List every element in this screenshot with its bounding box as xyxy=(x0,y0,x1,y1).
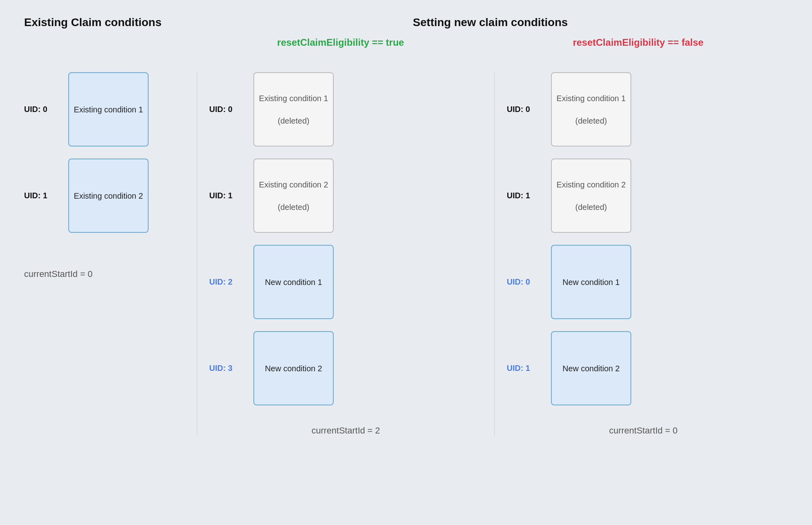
false-column: UID: 0 Existing condition 1(deleted) UID… xyxy=(499,72,788,436)
false-box-0: Existing condition 1(deleted) xyxy=(551,72,631,147)
divider-2 xyxy=(494,72,495,436)
false-uid-1: UID: 1 xyxy=(507,191,543,200)
true-box-1: Existing condition 2(deleted) xyxy=(253,159,334,233)
true-box-2: New condition 1 xyxy=(253,245,334,319)
left-panel: UID: 0 Existing condition 1 UID: 1 Exist… xyxy=(24,72,193,436)
true-box-3: New condition 2 xyxy=(253,331,334,405)
false-row-2: UID: 0 New condition 1 xyxy=(507,245,631,319)
left-uid-0: UID: 0 xyxy=(24,105,60,114)
false-row-1: UID: 1 Existing condition 2(deleted) xyxy=(507,159,631,233)
true-row-2: UID: 2 New condition 1 xyxy=(209,245,334,319)
true-uid-0: UID: 0 xyxy=(209,105,245,114)
false-current-start: currentStartId = 0 xyxy=(609,425,678,435)
false-uid-0: UID: 0 xyxy=(507,105,543,114)
true-column: UID: 0 Existing condition 1(deleted) UID… xyxy=(201,72,490,436)
true-uid-3: UID: 3 xyxy=(209,364,245,373)
true-row-0: UID: 0 Existing condition 1(deleted) xyxy=(209,72,334,147)
true-uid-2: UID: 2 xyxy=(209,277,245,287)
true-col-header: resetClaimEligibility == true xyxy=(277,37,404,48)
true-box-0: Existing condition 1(deleted) xyxy=(253,72,334,147)
true-row-1: UID: 1 Existing condition 2(deleted) xyxy=(209,159,334,233)
left-section-title: Existing Claim conditions xyxy=(24,16,161,28)
right-panel: UID: 0 Existing condition 1(deleted) UID… xyxy=(201,72,788,436)
divider xyxy=(197,72,197,436)
false-col-header: resetClaimEligibility == false xyxy=(573,37,703,48)
false-uid-3: UID: 1 xyxy=(507,364,543,373)
false-box-3: New condition 2 xyxy=(551,331,631,405)
false-uid-2: UID: 0 xyxy=(507,277,543,287)
left-row-0: UID: 0 Existing condition 1 xyxy=(24,72,193,147)
false-box-2: New condition 1 xyxy=(551,245,631,319)
left-uid-1: UID: 1 xyxy=(24,191,60,200)
left-current-start: currentStartId = 0 xyxy=(24,269,93,279)
false-row-3: UID: 1 New condition 2 xyxy=(507,331,631,405)
true-row-3: UID: 3 New condition 2 xyxy=(209,331,334,405)
true-current-start: currentStartId = 2 xyxy=(312,425,380,435)
left-row-1: UID: 1 Existing condition 2 xyxy=(24,159,193,233)
title-row: Existing Claim conditions Setting new cl… xyxy=(24,16,788,60)
false-row-0: UID: 0 Existing condition 1(deleted) xyxy=(507,72,631,147)
right-section-title: Setting new claim conditions xyxy=(413,16,568,29)
left-box-0: Existing condition 1 xyxy=(68,72,149,147)
false-box-1: Existing condition 2(deleted) xyxy=(551,159,631,233)
left-box-1: Existing condition 2 xyxy=(68,159,149,233)
columns-header: resetClaimEligibility == true resetClaim… xyxy=(193,37,788,48)
main-layout: UID: 0 Existing condition 1 UID: 1 Exist… xyxy=(24,72,788,436)
true-uid-1: UID: 1 xyxy=(209,191,245,200)
